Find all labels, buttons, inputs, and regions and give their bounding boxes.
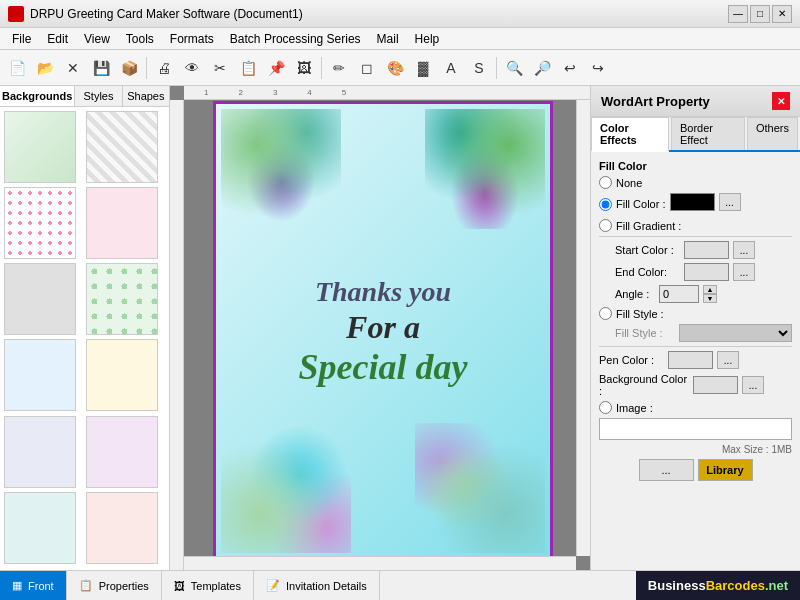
wordart-button[interactable]: S (466, 55, 492, 81)
fill-color-dots-button[interactable]: ... (719, 193, 741, 211)
status-tab-templates[interactable]: 🖼 Templates (162, 571, 254, 600)
list-item[interactable] (86, 492, 158, 564)
list-item[interactable] (86, 187, 158, 259)
menu-file[interactable]: File (4, 30, 39, 48)
none-radio-row: None (599, 176, 792, 189)
image-label: Image : (616, 402, 653, 414)
browse-button[interactable]: ... (639, 459, 694, 481)
start-color-swatch[interactable] (684, 241, 729, 259)
open-button[interactable]: 📂 (32, 55, 58, 81)
ruler-top: 1 2 3 4 5 (184, 86, 590, 100)
radio-fill-gradient[interactable] (599, 219, 612, 232)
fill-color-swatch[interactable] (670, 193, 715, 211)
eraser-button[interactable]: ◻ (354, 55, 380, 81)
radio-none[interactable] (599, 176, 612, 189)
list-item[interactable] (4, 339, 76, 411)
menu-view[interactable]: View (76, 30, 118, 48)
paint-button[interactable]: 🎨 (382, 55, 408, 81)
menu-formats[interactable]: Formats (162, 30, 222, 48)
list-item[interactable] (4, 492, 76, 564)
end-color-dots-button[interactable]: ... (733, 263, 755, 281)
divider-1 (599, 236, 792, 237)
pen-button[interactable]: ✏ (326, 55, 352, 81)
save-all-button[interactable]: 📦 (116, 55, 142, 81)
maximize-button[interactable]: □ (750, 5, 770, 23)
cut-button[interactable]: ✂ (207, 55, 233, 81)
menu-help[interactable]: Help (407, 30, 448, 48)
bg-color-swatch[interactable] (693, 376, 738, 394)
invitation-label: Invitation Details (286, 580, 367, 592)
library-button[interactable]: Library (698, 459, 753, 481)
list-item[interactable] (4, 416, 76, 488)
close-button[interactable]: ✕ (772, 5, 792, 23)
list-item[interactable] (86, 263, 158, 335)
status-tab-invitation[interactable]: 📝 Invitation Details (254, 571, 380, 600)
delete-button[interactable]: ✕ (60, 55, 86, 81)
fill-style-dropdown-row: Fill Style : (615, 324, 792, 342)
text-button[interactable]: A (438, 55, 464, 81)
biz-barcodes-logo: BusinessBarcodes.net (636, 571, 800, 600)
redo-button[interactable]: ↪ (585, 55, 611, 81)
list-item[interactable] (4, 263, 76, 335)
right-panel-tabs: Color Effects Border Effect Others (591, 117, 800, 152)
list-item[interactable] (86, 339, 158, 411)
image-path-input[interactable] (599, 418, 792, 440)
radio-fill-style[interactable] (599, 307, 612, 320)
bottom-btn-row: ... Library (599, 459, 792, 481)
radio-image[interactable] (599, 401, 612, 414)
print-button[interactable]: 🖨 (151, 55, 177, 81)
card-text-thanks[interactable]: Thanks you (283, 275, 483, 309)
left-panel: Backgrounds Styles Shapes (0, 86, 170, 570)
start-color-dots-button[interactable]: ... (733, 241, 755, 259)
undo-button[interactable]: ↩ (557, 55, 583, 81)
tab-others[interactable]: Others (747, 117, 798, 150)
status-tab-front[interactable]: ▦ Front (0, 571, 67, 600)
toolbar-sep-3 (496, 57, 497, 79)
menu-tools[interactable]: Tools (118, 30, 162, 48)
divider-2 (599, 346, 792, 347)
zoom-in-button[interactable]: 🔍 (501, 55, 527, 81)
greeting-card[interactable]: Thanks you For a Special day (213, 101, 553, 561)
paste-button[interactable]: 📌 (263, 55, 289, 81)
menu-mail[interactable]: Mail (369, 30, 407, 48)
barcode-button[interactable]: ▓ (410, 55, 436, 81)
pen-color-swatch[interactable] (668, 351, 713, 369)
image-button[interactable]: 🖼 (291, 55, 317, 81)
preview-button[interactable]: 👁 (179, 55, 205, 81)
floral-top-left (221, 109, 341, 229)
fill-style-select[interactable] (679, 324, 792, 342)
angle-down-button[interactable]: ▼ (703, 294, 717, 303)
status-tab-properties[interactable]: 📋 Properties (67, 571, 162, 600)
right-panel: WordArt Property ✕ Color Effects Border … (590, 86, 800, 570)
card-text-special[interactable]: Special day (283, 345, 483, 387)
h-scroll[interactable] (184, 556, 576, 570)
card-text-for[interactable]: For a (283, 308, 483, 345)
tab-styles[interactable]: Styles (75, 86, 122, 106)
bg-color-dots-button[interactable]: ... (742, 376, 764, 394)
radio-fill-color[interactable] (599, 198, 612, 211)
menu-edit[interactable]: Edit (39, 30, 76, 48)
tab-border-effect[interactable]: Border Effect (671, 117, 745, 150)
bg-color-label: Background Color : (599, 373, 689, 397)
properties-icon: 📋 (79, 579, 93, 592)
save-button[interactable]: 💾 (88, 55, 114, 81)
list-item[interactable] (4, 187, 76, 259)
minimize-button[interactable]: — (728, 5, 748, 23)
list-item[interactable] (86, 111, 158, 183)
tab-color-effects[interactable]: Color Effects (591, 117, 669, 152)
angle-up-button[interactable]: ▲ (703, 285, 717, 294)
pen-color-dots-button[interactable]: ... (717, 351, 739, 369)
zoom-out-button[interactable]: 🔎 (529, 55, 555, 81)
close-panel-button[interactable]: ✕ (772, 92, 790, 110)
tab-shapes[interactable]: Shapes (123, 86, 169, 106)
list-item[interactable] (86, 416, 158, 488)
list-item[interactable] (4, 111, 76, 183)
menu-batch[interactable]: Batch Processing Series (222, 30, 369, 48)
tab-backgrounds[interactable]: Backgrounds (0, 86, 75, 106)
left-tabs: Backgrounds Styles Shapes (0, 86, 169, 107)
angle-input[interactable] (659, 285, 699, 303)
new-button[interactable]: 📄 (4, 55, 30, 81)
end-color-swatch[interactable] (684, 263, 729, 281)
v-scroll[interactable] (576, 100, 590, 556)
copy-button[interactable]: 📋 (235, 55, 261, 81)
